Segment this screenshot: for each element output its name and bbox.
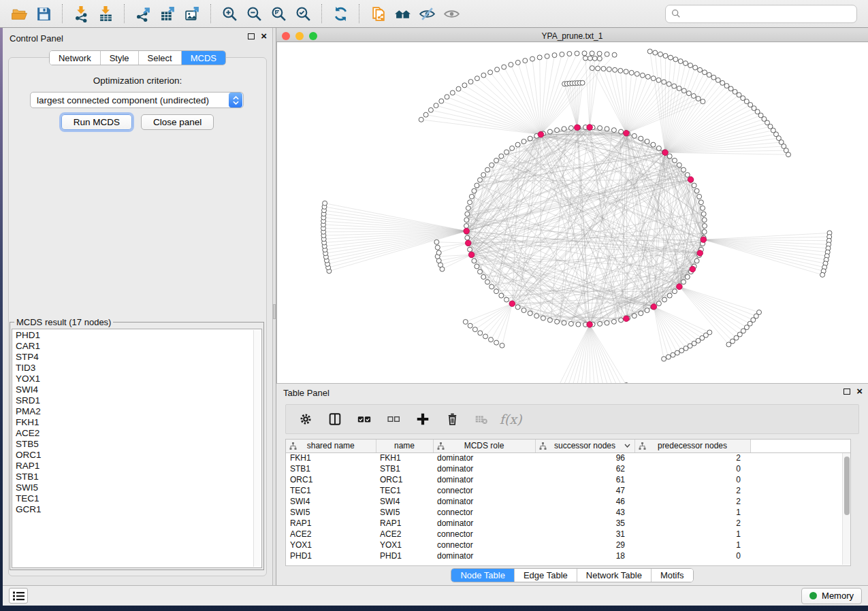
function-builder-button[interactable]: f(x) — [502, 410, 519, 428]
mcds-result-item[interactable]: CAR1 — [16, 341, 261, 352]
cell-filler[interactable] — [750, 550, 851, 561]
zoom-fit-button[interactable] — [266, 3, 291, 24]
cell-mcds-role[interactable]: connector — [433, 485, 535, 496]
cell-name[interactable]: FKH1 — [376, 452, 433, 463]
memory-button[interactable]: Memory — [801, 588, 862, 604]
cell-shared-name[interactable]: TEC1 — [286, 485, 376, 496]
cell-name[interactable]: SWI5 — [376, 507, 433, 518]
mcds-result-item[interactable]: PHD1 — [16, 330, 261, 341]
cell-filler[interactable] — [750, 518, 851, 529]
tab-network[interactable]: Network — [50, 51, 101, 65]
cell-successor-nodes[interactable]: 96 — [535, 452, 634, 463]
mcds-result-item[interactable]: SRD1 — [16, 395, 261, 406]
cell-successor-nodes[interactable]: 46 — [535, 496, 634, 507]
cell-shared-name[interactable]: RAP1 — [286, 518, 376, 529]
cell-predecessor-nodes[interactable]: 1 — [634, 507, 750, 518]
table-columns-button[interactable] — [326, 410, 344, 428]
cell-mcds-role[interactable]: dominator — [433, 550, 535, 561]
mcds-result-item[interactable]: PMA2 — [16, 406, 261, 417]
float-table-panel-icon[interactable] — [843, 389, 850, 395]
mcds-result-item[interactable]: SWI5 — [16, 482, 261, 493]
import-network-button[interactable] — [69, 3, 93, 24]
delete-table-button[interactable] — [472, 410, 490, 428]
cell-shared-name[interactable]: SWI5 — [286, 507, 376, 518]
cell-shared-name[interactable]: SWI4 — [286, 496, 376, 507]
mcds-result-item[interactable]: STB1 — [16, 472, 261, 482]
cell-successor-nodes[interactable]: 35 — [535, 518, 634, 529]
splitter-grip[interactable] — [273, 304, 276, 319]
cell-shared-name[interactable]: PHD1 — [286, 550, 376, 561]
tab-style[interactable]: Style — [101, 51, 139, 65]
cell-filler[interactable] — [750, 485, 851, 496]
mcds-result-item[interactable]: TID3 — [16, 363, 261, 374]
table-row[interactable]: STB1STB1dominator620 — [286, 463, 851, 474]
cell-shared-name[interactable]: ACE2 — [286, 529, 376, 540]
mcds-result-item[interactable]: YOX1 — [16, 374, 261, 384]
cell-name[interactable]: ACE2 — [376, 529, 433, 540]
cell-filler[interactable] — [750, 496, 851, 507]
cell-name[interactable]: SWI4 — [376, 496, 433, 507]
select-all-button[interactable] — [355, 410, 373, 428]
cell-predecessor-nodes[interactable]: 2 — [634, 518, 750, 529]
cell-mcds-role[interactable]: connector — [433, 507, 535, 518]
cell-predecessor-nodes[interactable]: 2 — [634, 496, 750, 507]
cell-successor-nodes[interactable]: 61 — [535, 474, 634, 485]
column-header-predecessor-nodes[interactable]: predecessor nodes — [634, 440, 750, 452]
mcds-result-item[interactable]: RAP1 — [16, 461, 261, 472]
network-canvas[interactable] — [276, 42, 868, 383]
close-panel-icon[interactable]: × — [261, 33, 267, 39]
mcds-result-item[interactable]: ACE2 — [16, 428, 261, 439]
zoom-in-button[interactable] — [217, 3, 242, 24]
cell-successor-nodes[interactable]: 62 — [535, 463, 634, 474]
mcds-result-item[interactable]: GCR1 — [16, 504, 261, 515]
task-history-button[interactable] — [9, 588, 28, 604]
tab-node-table[interactable]: Node Table — [451, 569, 515, 582]
cell-shared-name[interactable]: FKH1 — [286, 452, 376, 463]
cell-filler[interactable] — [750, 540, 851, 550]
cell-name[interactable]: PHD1 — [376, 550, 433, 561]
cell-shared-name[interactable]: ORC1 — [286, 474, 376, 485]
cell-filler[interactable] — [750, 474, 851, 485]
clone-network-button[interactable] — [366, 3, 390, 24]
cell-predecessor-nodes[interactable]: 2 — [634, 485, 750, 496]
mcds-result-item[interactable]: FKH1 — [16, 417, 261, 428]
export-network-button[interactable] — [131, 3, 155, 24]
tab-network-table[interactable]: Network Table — [577, 569, 652, 582]
cell-successor-nodes[interactable]: 31 — [535, 529, 634, 540]
export-image-button[interactable] — [180, 3, 204, 24]
table-row[interactable]: PHD1PHD1dominator180 — [286, 550, 851, 561]
table-row[interactable]: SWI4SWI4dominator462 — [286, 496, 851, 507]
table-row[interactable]: RAP1RAP1dominator352 — [286, 518, 851, 529]
cell-predecessor-nodes[interactable]: 2 — [634, 452, 750, 463]
cell-predecessor-nodes[interactable]: 0 — [634, 550, 750, 561]
cell-mcds-role[interactable]: dominator — [433, 452, 535, 463]
zoom-out-button[interactable] — [242, 3, 266, 24]
table-row[interactable]: YOX1YOX1connector291 — [286, 540, 851, 550]
search-box[interactable] — [665, 5, 857, 23]
column-header-name[interactable]: name — [376, 440, 433, 452]
cell-successor-nodes[interactable]: 43 — [535, 507, 634, 518]
cell-successor-nodes[interactable]: 47 — [535, 485, 634, 496]
run-mcds-button[interactable]: Run MCDS — [61, 114, 132, 130]
cell-filler[interactable] — [750, 507, 851, 518]
open-file-button[interactable] — [7, 3, 31, 24]
column-header-mcds-role[interactable]: MCDS role — [433, 440, 535, 452]
cell-name[interactable]: RAP1 — [376, 518, 433, 529]
node-table[interactable]: shared name name MCDS role successor nod… — [285, 439, 851, 566]
mcds-result-item[interactable]: STP4 — [16, 352, 261, 363]
column-header-shared-name[interactable]: shared name — [286, 440, 376, 452]
cell-name[interactable]: YOX1 — [376, 540, 433, 550]
network-window-titlebar[interactable]: YPA_prune.txt_1 — [276, 31, 868, 42]
cell-filler[interactable] — [750, 529, 851, 540]
cell-mcds-role[interactable]: dominator — [433, 474, 535, 485]
close-table-panel-icon[interactable]: × — [856, 388, 863, 395]
cell-shared-name[interactable]: STB1 — [286, 463, 376, 474]
mcds-result-item[interactable]: SWI4 — [16, 384, 261, 395]
cell-predecessor-nodes[interactable]: 0 — [634, 474, 750, 485]
table-scrollbar-thumb[interactable] — [844, 457, 850, 515]
cell-mcds-role[interactable]: connector — [433, 540, 535, 550]
table-settings-button[interactable] — [297, 410, 315, 428]
cell-name[interactable]: TEC1 — [376, 485, 433, 496]
zoom-selected-button[interactable] — [291, 3, 315, 24]
tab-mcds[interactable]: MCDS — [182, 51, 225, 65]
